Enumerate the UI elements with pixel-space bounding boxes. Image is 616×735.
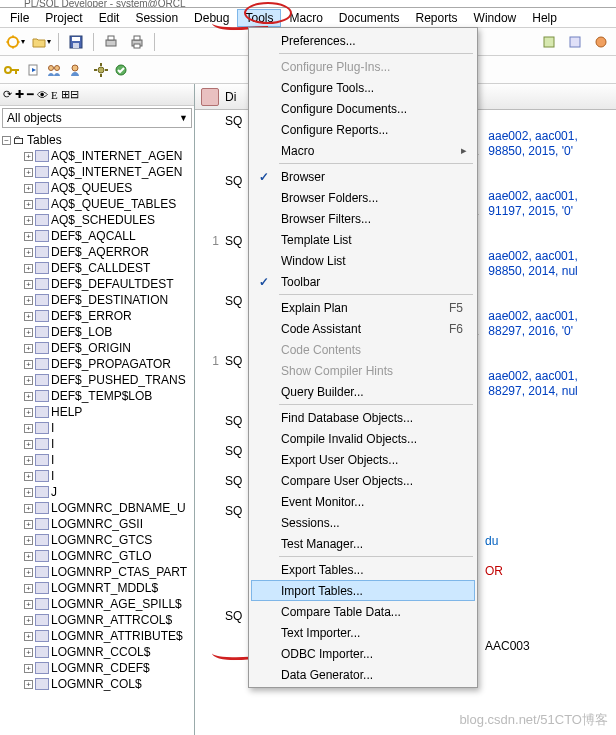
- menu-tools[interactable]: Tools: [237, 9, 281, 27]
- menu-debug[interactable]: Debug: [186, 9, 237, 27]
- table-row[interactable]: +J: [24, 484, 194, 500]
- menu-item-browser-folders[interactable]: Browser Folders...: [251, 187, 475, 208]
- db-icon[interactable]: [201, 88, 219, 106]
- table-row[interactable]: +DEF$_DEFAULTDEST: [24, 276, 194, 292]
- expand-toggle[interactable]: +: [24, 200, 33, 209]
- new-button[interactable]: [4, 31, 26, 53]
- expand-toggle[interactable]: +: [24, 680, 33, 689]
- table-row[interactable]: +LOGMNR_CCOL$: [24, 644, 194, 660]
- expand-toggle[interactable]: +: [24, 552, 33, 561]
- expand-toggle[interactable]: +: [24, 232, 33, 241]
- expand-toggle[interactable]: +: [24, 440, 33, 449]
- table-row[interactable]: +LOGMNRC_GTLO: [24, 548, 194, 564]
- menu-file[interactable]: File: [2, 9, 37, 27]
- table-row[interactable]: +LOGMNR_AGE_SPILL$: [24, 596, 194, 612]
- expand-toggle[interactable]: +: [24, 408, 33, 417]
- table-row[interactable]: +DEF$_ERROR: [24, 308, 194, 324]
- menu-macro[interactable]: Macro: [281, 9, 330, 27]
- expand-toggle[interactable]: +: [24, 296, 33, 305]
- run-icon[interactable]: [26, 63, 40, 77]
- expand-toggle[interactable]: +: [24, 184, 33, 193]
- expand-toggle[interactable]: +: [24, 152, 33, 161]
- menu-item-window-list[interactable]: Window List: [251, 250, 475, 271]
- expand-toggle[interactable]: +: [24, 424, 33, 433]
- expand-toggle[interactable]: +: [24, 632, 33, 641]
- menu-item-import-tables[interactable]: Import Tables...: [251, 580, 475, 601]
- editor-tab-label[interactable]: Di: [225, 90, 236, 104]
- expand-toggle[interactable]: +: [24, 360, 33, 369]
- table-row[interactable]: +LOGMNR_ATTRCOL$: [24, 612, 194, 628]
- commit-icon[interactable]: [114, 63, 128, 77]
- menu-window[interactable]: Window: [466, 9, 525, 27]
- menu-item-odbc-importer[interactable]: ODBC Importer...: [251, 643, 475, 664]
- table-row[interactable]: +I: [24, 420, 194, 436]
- table-row[interactable]: +AQ$_INTERNET_AGEN: [24, 164, 194, 180]
- expand-toggle[interactable]: +: [24, 616, 33, 625]
- table-row[interactable]: +I: [24, 452, 194, 468]
- menu-session[interactable]: Session: [127, 9, 186, 27]
- table-row[interactable]: +LOGMNR_COL$: [24, 676, 194, 692]
- menu-item-compare-user-objects[interactable]: Compare User Objects...: [251, 470, 475, 491]
- menu-item-configure-documents[interactable]: Configure Documents...: [251, 98, 475, 119]
- tool-icon[interactable]: [538, 31, 560, 53]
- gear-icon[interactable]: [94, 63, 108, 77]
- menu-item-browser[interactable]: Browser: [251, 166, 475, 187]
- tool-icon[interactable]: [590, 31, 612, 53]
- table-row[interactable]: +LOGMNRT_MDDL$: [24, 580, 194, 596]
- table-row[interactable]: +AQ$_SCHEDULES: [24, 212, 194, 228]
- table-row[interactable]: +DEF$_AQERROR: [24, 244, 194, 260]
- tree-icon[interactable]: ⊞⊟: [61, 88, 79, 101]
- user-icon[interactable]: [68, 63, 82, 77]
- expand-icon[interactable]: ✚: [15, 88, 24, 101]
- save-button[interactable]: [65, 31, 87, 53]
- tool-icon[interactable]: [564, 31, 586, 53]
- table-row[interactable]: +DEF$_DESTINATION: [24, 292, 194, 308]
- expand-toggle[interactable]: +: [24, 280, 33, 289]
- expand-toggle[interactable]: +: [24, 312, 33, 321]
- expand-toggle[interactable]: +: [24, 456, 33, 465]
- menu-item-code-assistant[interactable]: Code AssistantF6: [251, 318, 475, 339]
- object-tree[interactable]: − 🗀 Tables +AQ$_INTERNET_AGEN+AQ$_INTERN…: [0, 130, 194, 735]
- table-row[interactable]: +DEF$_CALLDEST: [24, 260, 194, 276]
- key-icon[interactable]: [4, 63, 20, 77]
- expand-toggle[interactable]: +: [24, 488, 33, 497]
- menu-help[interactable]: Help: [524, 9, 565, 27]
- expand-toggle[interactable]: +: [24, 376, 33, 385]
- open-button[interactable]: [30, 31, 52, 53]
- expand-toggle[interactable]: +: [24, 664, 33, 673]
- expand-toggle[interactable]: +: [24, 536, 33, 545]
- find-icon[interactable]: 👁: [37, 89, 48, 101]
- expand-toggle[interactable]: +: [24, 328, 33, 337]
- menu-item-preferences[interactable]: Preferences...: [251, 30, 475, 51]
- menu-project[interactable]: Project: [37, 9, 90, 27]
- expand-toggle[interactable]: +: [24, 504, 33, 513]
- table-row[interactable]: +LOGMNRC_DBNAME_U: [24, 500, 194, 516]
- menu-item-find-database-objects[interactable]: Find Database Objects...: [251, 407, 475, 428]
- menu-item-query-builder[interactable]: Query Builder...: [251, 381, 475, 402]
- table-row[interactable]: +DEF$_AQCALL: [24, 228, 194, 244]
- menu-item-macro[interactable]: Macro: [251, 140, 475, 161]
- expand-toggle[interactable]: +: [24, 264, 33, 273]
- object-filter-combo[interactable]: All objects ▼: [2, 108, 192, 128]
- menu-item-text-importer[interactable]: Text Importer...: [251, 622, 475, 643]
- menu-item-event-monitor[interactable]: Event Monitor...: [251, 491, 475, 512]
- table-row[interactable]: +DEF$_LOB: [24, 324, 194, 340]
- expand-toggle[interactable]: +: [24, 344, 33, 353]
- menu-item-explain-plan[interactable]: Explain PlanF5: [251, 297, 475, 318]
- menu-documents[interactable]: Documents: [331, 9, 408, 27]
- table-row[interactable]: +LOGMNR_ATTRIBUTE$: [24, 628, 194, 644]
- menu-edit[interactable]: Edit: [91, 9, 128, 27]
- menu-item-browser-filters[interactable]: Browser Filters...: [251, 208, 475, 229]
- expand-toggle[interactable]: +: [24, 248, 33, 257]
- menu-item-export-tables[interactable]: Export Tables...: [251, 559, 475, 580]
- table-row[interactable]: +DEF$_ORIGIN: [24, 340, 194, 356]
- table-row[interactable]: +AQ$_QUEUES: [24, 180, 194, 196]
- menu-item-sessions[interactable]: Sessions...: [251, 512, 475, 533]
- menu-reports[interactable]: Reports: [408, 9, 466, 27]
- expand-toggle[interactable]: +: [24, 216, 33, 225]
- expand-toggle[interactable]: +: [24, 168, 33, 177]
- menu-item-compare-table-data[interactable]: Compare Table Data...: [251, 601, 475, 622]
- expand-toggle[interactable]: +: [24, 520, 33, 529]
- users-icon[interactable]: [46, 63, 62, 77]
- menu-item-export-user-objects[interactable]: Export User Objects...: [251, 449, 475, 470]
